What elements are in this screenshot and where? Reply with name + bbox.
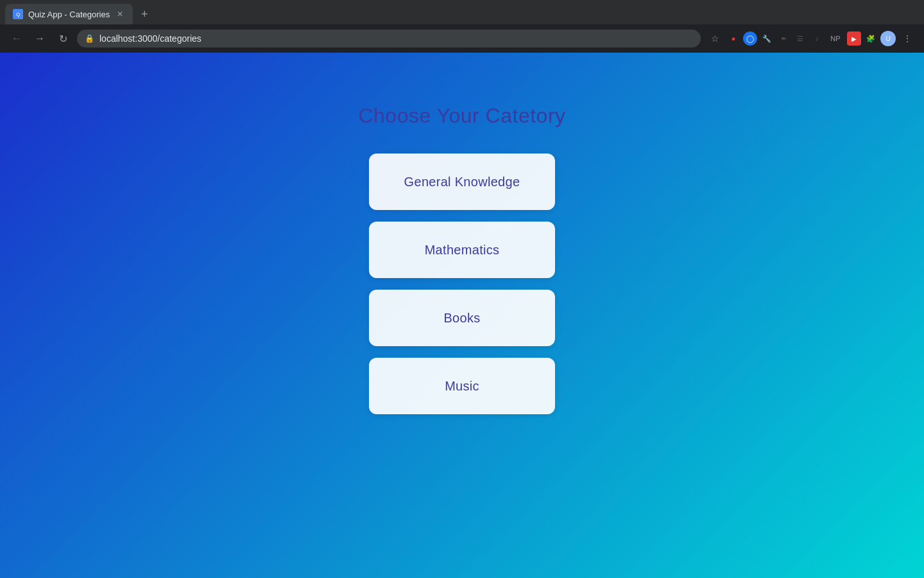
back-icon: ← (12, 33, 22, 44)
new-tab-button[interactable]: + (135, 5, 153, 23)
refresh-button[interactable]: ↻ (54, 30, 72, 48)
categories-container: General KnowledgeMathematicsBooksMusic (369, 153, 555, 414)
back-button[interactable]: ← (8, 30, 26, 48)
category-card-music[interactable]: Music (369, 358, 555, 414)
category-card-books[interactable]: Books (369, 290, 555, 346)
address-bar[interactable]: 🔒 localhost:3000/categories (77, 30, 701, 48)
bookmark-button[interactable]: ☆ (706, 30, 724, 48)
ext-icon-2[interactable]: ◯ (743, 31, 757, 46)
page-title: Choose Your Catetory (358, 104, 565, 128)
active-tab[interactable]: Q Quiz App - Categories ✕ (5, 4, 133, 24)
ext-icon-3[interactable]: 🔧 (760, 31, 774, 46)
category-card-mathematics[interactable]: Mathematics (369, 222, 555, 278)
ext-icon-4[interactable]: ✒ (776, 31, 791, 46)
category-label-mathematics: Mathematics (425, 243, 500, 258)
ext-icon-5[interactable]: ☰ (793, 31, 807, 46)
lock-icon: 🔒 (85, 34, 94, 43)
toolbar-actions: ☆ ● ◯ 🔧 ✒ ☰ ♪ NP ▶ 🧩 U ⋮ (706, 30, 916, 48)
tab-close-button[interactable]: ✕ (115, 9, 125, 19)
avatar-button[interactable]: U (880, 31, 896, 46)
menu-button[interactable]: ⋮ (898, 30, 916, 48)
category-label-music: Music (445, 379, 479, 394)
category-label-general-knowledge: General Knowledge (404, 175, 520, 189)
browser-toolbar: ← → ↻ 🔒 localhost:3000/categories ☆ ● ◯ … (0, 24, 924, 53)
tab-favicon: Q (13, 9, 23, 19)
page-content: Choose Your Catetory General KnowledgeMa… (0, 53, 924, 578)
refresh-icon: ↻ (59, 33, 67, 45)
ext-icon-8[interactable]: 🧩 (864, 31, 878, 46)
browser-chrome: Q Quiz App - Categories ✕ + ← → ↻ 🔒 loca… (0, 0, 924, 53)
forward-icon: → (35, 33, 45, 44)
ext-icon-1[interactable]: ● (726, 31, 740, 46)
category-card-general-knowledge[interactable]: General Knowledge (369, 153, 555, 210)
tab-title: Quiz App - Categories (28, 10, 110, 19)
ext-icon-7[interactable]: ▶ (847, 31, 861, 46)
forward-button[interactable]: → (31, 30, 49, 48)
tab-bar: Q Quiz App - Categories ✕ + (0, 0, 924, 24)
url-text: localhost:3000/categories (99, 33, 693, 44)
category-label-books: Books (443, 311, 480, 326)
profile-button[interactable]: NP (826, 30, 844, 48)
ext-icon-6[interactable]: ♪ (810, 31, 824, 46)
